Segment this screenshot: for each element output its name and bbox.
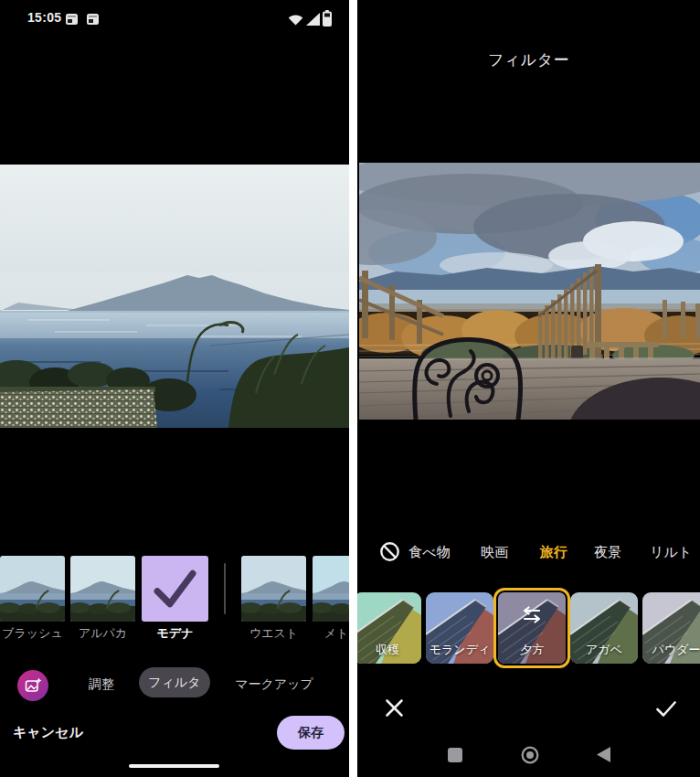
page-title: フィルター [357, 49, 700, 70]
confirm-check-icon[interactable] [656, 701, 676, 717]
filter-thumb-evening-selected[interactable]: 夕方 [493, 588, 570, 668]
wifi-icon [288, 13, 303, 26]
close-icon[interactable] [385, 698, 404, 718]
filter-label: メト [309, 625, 349, 640]
clock: 15:05 [27, 10, 61, 25]
filter-label: パウダー [642, 642, 700, 658]
battery-icon [323, 10, 332, 27]
filter-label: ウエスト [241, 625, 306, 640]
filter-thumb-harvest[interactable]: 収穫 [357, 592, 421, 664]
notification-icon [66, 14, 78, 25]
tab-adjust[interactable]: 調整 [78, 676, 125, 693]
tab-filter-selected[interactable]: フィルタ [139, 667, 210, 697]
filter-label: アガベ [570, 642, 638, 658]
filter-label: 収穫 [357, 642, 421, 658]
panel-divider [349, 0, 357, 777]
category-travel-selected[interactable]: 旅行 [526, 544, 581, 562]
category-food[interactable]: 食べ物 [402, 544, 457, 562]
tab-markup[interactable]: マークアップ [230, 676, 318, 693]
photo-preview-volcano-sea[interactable] [0, 165, 349, 428]
filter-thumb-agave[interactable]: アガベ [570, 592, 638, 664]
filter-thumb-burash[interactable] [0, 556, 65, 622]
back-button[interactable] [597, 747, 610, 762]
filter-thumb-morandi[interactable]: モランディ [426, 592, 493, 664]
filter-thumb-modena-selected[interactable] [142, 556, 208, 622]
category-night[interactable]: 夜景 [580, 544, 635, 562]
block-icon[interactable] [379, 541, 400, 562]
filter-label: アルパカ [70, 625, 135, 640]
two-phone-screenshots: 15:05 [0, 0, 700, 777]
filter-thumb-powder[interactable]: パウダー [642, 592, 700, 664]
filter-thumb-alpaca[interactable] [70, 556, 135, 622]
save-button[interactable]: 保存 [277, 716, 345, 750]
photo-preview-terrace[interactable] [359, 163, 700, 420]
cancel-button[interactable]: キャンセル [13, 724, 83, 741]
category-movie[interactable]: 映画 [467, 544, 522, 562]
notification-icon [87, 14, 99, 25]
swap-compare-icon [520, 606, 544, 623]
tab-filter-label: フィルタ [148, 675, 200, 691]
image-sparkle-icon [25, 677, 42, 695]
filter-thumb-metro[interactable] [313, 556, 349, 622]
filter-label-selected: モデナ [142, 625, 208, 640]
save-label: 保存 [298, 725, 323, 741]
filter-label: モランディ [426, 642, 493, 658]
home-indicator[interactable] [129, 764, 219, 768]
thumb-divider [224, 563, 226, 614]
filter-thumb-west[interactable] [241, 556, 306, 622]
suggestions-button[interactable] [17, 670, 48, 701]
check-icon [142, 556, 208, 622]
recents-button[interactable] [448, 748, 462, 762]
filter-label-selected: 夕方 [498, 642, 566, 658]
filter-label: ブラッシュ [0, 625, 65, 640]
category-lilt[interactable]: リルト [643, 544, 698, 562]
left-phone-screen: 15:05 [0, 0, 349, 777]
right-phone-screen: フィルター [357, 0, 700, 777]
signal-icon [306, 13, 320, 26]
home-button[interactable] [520, 745, 540, 765]
